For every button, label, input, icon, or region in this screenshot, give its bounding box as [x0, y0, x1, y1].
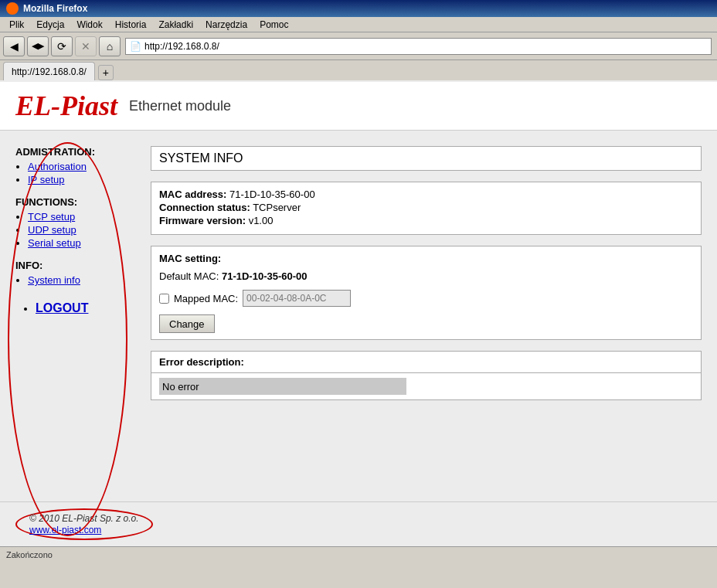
- mac-address-value: 71-1D-10-35-60-00: [229, 189, 315, 200]
- page-footer: © 2010 EL-Piast Sp. z o.o. www.el-piast.…: [0, 501, 717, 546]
- reload-button[interactable]: ⟳: [51, 36, 73, 56]
- logo-subtitle: Ethernet module: [129, 98, 231, 114]
- statusbar-text: Zakończono: [6, 550, 53, 559]
- stop-button[interactable]: ✕: [75, 36, 97, 56]
- logout-link[interactable]: LOGOUT: [36, 301, 88, 314]
- default-mac-row: Default MAC: 71-1D-10-35-60-00: [159, 270, 693, 282]
- error-box: Error description: No error: [151, 351, 702, 400]
- statusbar: Zakończono: [0, 546, 717, 562]
- sidebar: ADMISTRATION: Authorisation IP setup FUN…: [0, 131, 143, 501]
- sidebar-item-ip-setup[interactable]: IP setup: [28, 174, 135, 185]
- mac-setting-box: MAC setting: Default MAC: 71-1D-10-35-60…: [151, 246, 702, 340]
- connection-status-row: Connection status: TCPserver: [159, 202, 693, 213]
- firmware-label: Firmware version:: [159, 215, 246, 226]
- tab-label: http://192.168.0.8/: [12, 66, 87, 77]
- admin-section-title: ADMISTRATION:: [15, 146, 135, 158]
- mapped-mac-label: Mapped MAC:: [174, 293, 238, 304]
- connection-status-value: TCPserver: [253, 202, 301, 213]
- footer-copyright: © 2010 EL-Piast Sp. z o.o.: [29, 513, 139, 524]
- sidebar-item-serial-setup[interactable]: Serial setup: [28, 237, 135, 249]
- default-mac-value: 71-1D-10-35-60-00: [222, 270, 308, 282]
- system-info-body: MAC address: 71-1D-10-35-60-00 Connectio…: [151, 182, 701, 234]
- logout-section: LOGOUT: [23, 301, 135, 315]
- menu-pomoc[interactable]: Pomoc: [253, 18, 294, 32]
- menu-edycja[interactable]: Edycja: [30, 18, 70, 32]
- footer-oval-decoration: © 2010 EL-Piast Sp. z o.o. www.el-piast.…: [15, 508, 153, 540]
- browser-tab[interactable]: http://192.168.0.8/: [3, 62, 95, 80]
- default-mac-label: Default MAC:: [159, 270, 219, 282]
- page-icon: 📄: [129, 40, 141, 53]
- functions-section-title: FUNCTIONS:: [15, 196, 135, 208]
- firefox-icon: [6, 2, 19, 15]
- sidebar-item-authorisation[interactable]: Authorisation: [28, 161, 135, 172]
- system-info-details-box: MAC address: 71-1D-10-35-60-00 Connectio…: [151, 182, 702, 235]
- sidebar-item-system-info[interactable]: System info: [28, 274, 135, 286]
- main-content: SYSTEM INFO MAC address: 71-1D-10-35-60-…: [143, 131, 717, 501]
- browser-menubar: Plik Edycja Widok Historia Zakładki Narz…: [0, 17, 717, 32]
- firmware-value: v1.00: [249, 215, 274, 226]
- connection-status-label: Connection status:: [159, 202, 250, 213]
- sidebar-item-tcp-setup[interactable]: TCP setup: [28, 211, 135, 223]
- system-info-title-box: SYSTEM INFO: [151, 146, 702, 171]
- home-button[interactable]: ⌂: [99, 36, 121, 56]
- back-button[interactable]: ◀: [3, 36, 25, 56]
- firmware-row: Firmware version: v1.00: [159, 215, 693, 226]
- page-body: ADMISTRATION: Authorisation IP setup FUN…: [0, 131, 717, 501]
- menu-narzedzia[interactable]: Narzędzia: [199, 18, 253, 32]
- new-tab-button[interactable]: +: [98, 65, 114, 80]
- address-bar[interactable]: 📄: [125, 38, 712, 55]
- mapped-mac-input[interactable]: [243, 290, 351, 307]
- forward-button[interactable]: ◀▶: [27, 36, 49, 56]
- menu-zakladki[interactable]: Zakładki: [152, 18, 199, 32]
- error-value: No error: [159, 378, 406, 395]
- mac-address-row: MAC address: 71-1D-10-35-60-00: [159, 189, 693, 200]
- system-info-title: SYSTEM INFO: [151, 147, 701, 170]
- change-button[interactable]: Change: [159, 314, 215, 333]
- address-input[interactable]: [144, 41, 708, 52]
- mapped-mac-row: Mapped MAC:: [159, 290, 693, 307]
- page-header: EL-Piast Ethernet module: [0, 82, 717, 131]
- mapped-mac-checkbox[interactable]: [159, 294, 169, 304]
- info-links: System info: [15, 274, 135, 286]
- browser-toolbar: ◀ ◀▶ ⟳ ✕ ⌂ 📄: [0, 32, 717, 60]
- menu-plik[interactable]: Plik: [3, 18, 30, 32]
- sidebar-item-udp-setup[interactable]: UDP setup: [28, 224, 135, 236]
- browser-titlebar: Mozilla Firefox: [0, 0, 717, 17]
- functions-links: TCP setup UDP setup Serial setup: [15, 211, 135, 249]
- admin-links: Authorisation IP setup: [15, 161, 135, 185]
- info-section-title: INFO:: [15, 260, 135, 271]
- error-description-title: Error description:: [151, 352, 701, 373]
- mac-setting-title: MAC setting:: [159, 253, 693, 264]
- mac-address-label: MAC address:: [159, 189, 226, 200]
- menu-widok[interactable]: Widok: [70, 18, 108, 32]
- browser-title: Mozilla Firefox: [23, 3, 87, 14]
- logo: EL-Piast: [15, 90, 117, 122]
- page-wrapper: EL-Piast Ethernet module ADMISTRATION: A…: [0, 82, 717, 546]
- footer-website-link[interactable]: www.el-piast.com: [29, 525, 101, 535]
- tab-bar: http://192.168.0.8/ +: [0, 60, 717, 82]
- menu-historia[interactable]: Historia: [109, 18, 153, 32]
